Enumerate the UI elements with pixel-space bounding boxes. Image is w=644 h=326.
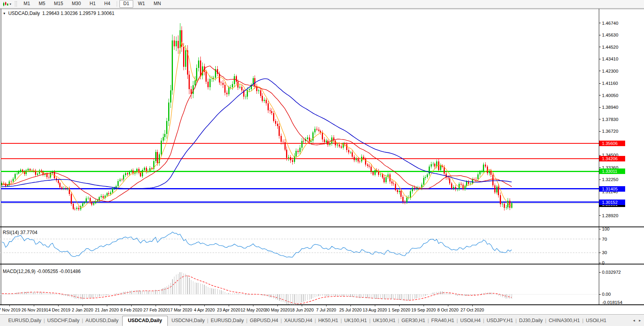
timeframe-button-m5[interactable]: M5 [35,0,50,8]
price-axis-tick-label: 1.43410 [602,57,618,61]
price-axis-tick-label: 1.45630 [602,33,618,37]
candlestick-series [1,23,512,211]
symbol-tab-uk100-h1[interactable]: UK100,H1 [341,317,371,324]
svg-text:1.31405: 1.31405 [602,187,618,191]
chart-ohlc-values: 1.29643 1.30236 1.29579 1.30061 [42,11,115,16]
level-price-badge[interactable]: 1.35606 [599,141,625,146]
price-axis-tick-label: 1.42300 [602,69,618,73]
svg-text:1.34206: 1.34206 [602,156,618,161]
timeframe-button-m15[interactable]: M15 [50,0,67,8]
date-axis-label: 21 Jan 2020 [95,308,119,312]
chevron-down-icon[interactable]: ▼ [9,3,12,5]
symbol-tab-usdjpy-h1[interactable]: USDJPY,H1 [483,317,516,324]
price-axis-tick-label: 1.32250 [602,177,618,182]
date-axis-label: 30 May 2020 [265,308,290,312]
macd-indicator-label: MACD(12,26,9) -0.005255 -0.001486 [3,269,81,274]
date-axis-label: 13 Aug 2020 [363,308,387,312]
symbol-tab-ger30-h1[interactable]: GER30,H1 [398,317,429,324]
date-axis-label: 18 Jun 2020 [290,308,314,312]
symbol-tab-usdcnh-daily[interactable]: USDCNH,Daily [168,317,208,324]
rsi-line [2,232,512,257]
level-price-badge[interactable]: 1.34206 [599,156,625,161]
date-axis-label: 25 Jul 2020 [339,308,362,312]
macd-axis-tick-label: -0.018154 [602,300,622,305]
level-price-badge[interactable]: 1.33011 [599,168,625,174]
date-axis-label: 17 Mar 2020 [168,308,192,312]
symbol-tab-uk100-h1[interactable]: UK100,H1 [369,317,399,324]
symbol-tab-china300-h1[interactable]: CHINA300,H1 [545,317,583,324]
macd-axis-tick-label: 0.00 [602,292,611,297]
timeframe-button-m1[interactable]: M1 [20,0,34,8]
symbol-tab-gbpusd-h4[interactable]: GBPUSD,H4 [246,317,282,324]
symbol-tab-usoil-h4[interactable]: USOil,H4 [457,317,484,324]
symbol-tab-eurusd-daily[interactable]: EURUSD,Daily [207,317,247,324]
tab-scroll-arrows: ◂ ▸ [633,318,644,322]
symbol-tab-hk50-h1[interactable]: HK50,H1 [315,317,342,324]
chart-symbol-label: USDCAD,Daily [8,11,40,16]
symbol-tab-usdcad-daily[interactable]: USDCAD,Daily [122,316,168,326]
price-axis-tick-label: 1.44520 [602,45,618,49]
date-axis-label: 1 Sep 2020 [388,308,410,312]
svg-text:1.35606: 1.35606 [602,141,618,146]
level-price-badge[interactable]: 1.30152 [599,200,625,205]
symbol-tab-xauusd-h4[interactable]: XAUUSD,H4 [281,317,316,324]
timeframe-button-mn[interactable]: MN [150,0,165,8]
timeframe-button-m30[interactable]: M30 [68,0,85,8]
date-axis-label: 19 Sep 2020 [411,308,436,312]
date-axis-label: 14 Dec 2019 [46,308,70,312]
date-axis-label: 8 Oct 2020 [437,308,459,312]
symbol-tab-fra40-h1[interactable]: FRA40,H1 [428,317,458,324]
symbol-tab-eurusd-daily[interactable]: EURUSD,Daily [5,317,45,324]
chart-title: ▼ USDCAD,Daily 1.29643 1.30236 1.29579 1… [3,11,114,16]
date-axis-label: 27 Oct 2020 [461,308,484,312]
price-axis-tick-label: 1.37830 [602,117,618,122]
svg-text:1.30152: 1.30152 [602,200,618,205]
macd-axis-tick-label: 0.032972 [602,270,621,275]
price-axis-tick-label: 1.46740 [602,21,618,26]
timeframe-button-h4[interactable]: H4 [100,0,114,8]
toolbar-drag-handle[interactable] [15,1,17,7]
level-price-badge[interactable]: 1.31405 [599,186,625,192]
date-axis-label: 23 Apr 2020 [217,308,240,312]
timeframe-button-h1[interactable]: H1 [86,0,99,8]
date-axis-label: 8 Feb 2020 [120,308,142,312]
price-axis-tick-label: 1.41160 [602,81,618,86]
macd-panel: 0.0329720.00-0.018154 [1,270,622,305]
price-axis-tick-label: 1.36720 [602,129,618,134]
symbol-tab-dj30-daily[interactable]: DJ30,Daily [516,317,546,324]
timeframe-button-d1[interactable]: D1 [119,0,133,8]
date-axis[interactable]: 7 Nov 201926 Nov 201914 Dec 20192 Jan 20… [0,305,484,312]
chart-canvas[interactable]: 1.467401.456301.445201.434101.423001.411… [0,8,644,314]
price-axis-tick-label: 1.28920 [602,213,618,218]
date-axis-label: 12 May 2020 [240,308,266,312]
date-axis-label: 7 Jul 2020 [316,308,336,312]
date-axis-label: 4 Apr 2020 [194,308,215,312]
timeframe-button-w1[interactable]: W1 [134,0,149,8]
chart-frame [0,9,644,305]
svg-text:1.33011: 1.33011 [602,169,617,174]
rsi-axis-tick-label: 100 [602,227,609,231]
rsi-panel: 10070300 [1,227,609,265]
ma-line-fast[interactable] [2,42,512,207]
symbol-tab-usoil-h1[interactable]: USOil,H1 [582,317,610,324]
symbol-tab-bar: EURUSD,Daily|USDCHF,Daily|AUDUSD,DailyUS… [0,314,644,326]
price-axis-tick-label: 1.38940 [602,105,618,110]
ma-line-slow[interactable] [2,79,512,189]
rsi-axis-tick-label: 70 [602,237,607,242]
tab-scroll-right-icon[interactable]: ▸ [639,318,641,322]
price-axis-tick-label: 1.40050 [602,93,618,98]
timeframe-button-group: M1M5M15M30H1H4D1W1MN [19,0,165,8]
date-axis-label: 26 Nov 2019 [22,308,46,312]
macd-histogram [2,272,512,305]
symbol-tab-audusd-daily[interactable]: AUDUSD,Daily [82,317,122,324]
symbol-tab-usdchf-daily[interactable]: USDCHF,Daily [44,317,83,324]
macd-signal-line [2,276,512,304]
date-axis-label: 27 Feb 2020 [143,308,168,312]
chart-window[interactable]: 1.467401.456301.445201.434101.423001.411… [0,8,644,314]
rsi-axis-tick-label: 0 [602,260,604,265]
collapse-caret-icon[interactable]: ▼ [3,12,6,15]
rsi-indicator-label: RSI(14) 37.7704 [3,230,37,235]
tab-scroll-left-icon[interactable]: ◂ [633,318,635,322]
toolbar: ▼ M1M5M15M30H1H4D1W1MN [0,0,644,8]
chart-type-icon[interactable]: ▼ [1,0,13,7]
